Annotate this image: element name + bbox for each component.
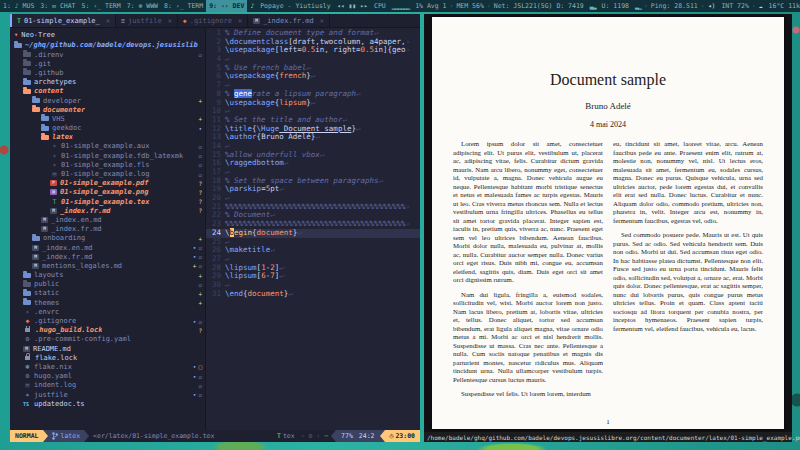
tree-item--pre-commit-config-yaml[interactable]: ⚙.pre-commit-config.yaml	[10, 335, 205, 344]
git-status-badge: +	[198, 97, 202, 104]
close-icon[interactable]: ×	[238, 17, 242, 25]
tree-item-flake-nix[interactable]: ❄flake.nix•□	[10, 362, 205, 371]
workspace-tab-term[interactable]: 8: ›_ TERM	[161, 0, 206, 12]
neotree-root[interactable]: ~/ghq/github.com/badele/devops.jesusisli…	[10, 40, 205, 50]
tree-item-themes[interactable]: themes+	[10, 298, 205, 307]
tree-item-mentions-legales-md[interactable]: Mmentions_legales.md+☑	[10, 261, 205, 270]
git-status-badge: ?	[198, 198, 202, 205]
code-line-6[interactable]: 6\usepackage{french}↵	[206, 72, 420, 81]
tree-item-static[interactable]: static+	[10, 289, 205, 298]
code-line-13[interactable]: 13\author{Bruno Adelé}↵	[206, 133, 420, 142]
code-line-9[interactable]: 9\usepackage{lipsum}↵	[206, 99, 420, 108]
pdf-two-columns: Lorem ipsum dolor sit amet, consectetuer…	[453, 140, 763, 405]
eol-marker: ↵	[225, 54, 230, 63]
buffer-tab--index-fr-md[interactable]: M_index.fr.md×	[248, 14, 330, 27]
git-status-badge: ☑	[198, 373, 202, 380]
tree-item-indent-log[interactable]: ▤indent.log☑	[10, 381, 205, 390]
code-line-29[interactable]: 29\lipsum[6-7]↵	[206, 272, 420, 281]
workspace-tab-mus[interactable]: 1: ♪ MUS	[0, 0, 37, 12]
tree-item-justfile[interactable]: ∗justfile•☑	[10, 390, 205, 399]
tree-item-01-simple-example-aux[interactable]: ∗01-simple_example.aux☑	[10, 142, 205, 151]
folder-icon	[32, 236, 40, 241]
code-line-26[interactable]: 26\maketitle↵	[206, 246, 420, 255]
zathura-file-path: /home/badele/ghq/github.com/badele/devop…	[427, 434, 800, 441]
tree-item-01-simple-example-png[interactable]: ▦01-simple_example.png?	[10, 188, 205, 197]
tree-item-updatedoc-ts[interactable]: TSupdatedoc.ts	[10, 399, 205, 408]
code-token: \usepackage	[225, 45, 275, 54]
neotree-panel[interactable]: ▾Neo-Tree ~/ghq/github.com/badele/devops…	[10, 28, 206, 430]
terminal-window[interactable]: T01-simple_example_×≡justfile×◆.gitignor…	[10, 14, 420, 442]
tree-item--index-fr-md[interactable]: M_index.fr.md?	[10, 206, 205, 215]
tree-item-onboarding[interactable]: onboarding+	[10, 234, 205, 243]
workspace-tab-term[interactable]: 5: ›_ TERM	[79, 0, 124, 12]
aux-file-icon: ∗	[50, 142, 59, 150]
tree-item--hugo-build-lock[interactable]: .hugo_build.lock?	[10, 326, 205, 335]
tree-item--index-fr-md[interactable]: M_index.fr.md•☑	[10, 252, 205, 261]
tree-item-01-simple-example-log[interactable]: ▤01-simple_example.log☑	[10, 169, 205, 178]
eol-marker: ↵	[315, 132, 320, 141]
tree-item-layouts[interactable]: layouts+	[10, 271, 205, 280]
buffer-tab-01-simple-example-[interactable]: T01-simple_example_×	[10, 14, 116, 27]
code-line-3[interactable]: 3\usepackage[left=0.5in, right=0.5in]{ge…	[206, 46, 420, 55]
code-line-19[interactable]: 19\parskip=5pt↵	[206, 185, 420, 194]
tree-item--index-en-md[interactable]: M_index.en.md	[10, 215, 205, 224]
code-token: %	[225, 89, 234, 98]
tree-item-developer[interactable]: developer+	[10, 96, 205, 105]
line-number: 31	[206, 290, 225, 299]
tree-item-readme-md[interactable]: MREADME.md	[10, 344, 205, 353]
tree-item-label: _index.en.md	[42, 244, 93, 252]
tree-item-content[interactable]: content	[10, 87, 205, 96]
tree-item-01-simple-example-tex[interactable]: T01-simple_example.tex?	[10, 197, 205, 206]
tree-item-label: hugo.yaml	[34, 372, 72, 380]
pdf-viewer-window[interactable]: Document sample Bruno Adelé 4 mai 2024 L…	[424, 14, 792, 442]
code-line-31[interactable]: 31\end{document}↵	[206, 290, 420, 299]
tree-item-label: onboarding	[43, 234, 85, 242]
tree-item-vhs[interactable]: VHS+	[10, 114, 205, 123]
tree-item-public[interactable]: public☑	[10, 280, 205, 289]
tree-item-label: documenter	[43, 106, 85, 114]
close-icon[interactable]: ×	[106, 17, 110, 25]
git-status-badge: ☑	[198, 318, 202, 325]
code-token: % Set the title and author	[225, 115, 342, 124]
code-line-16[interactable]: 16\raggedbottom↵	[206, 159, 420, 168]
tree-item-01-simple-example-fdb-latexmk[interactable]: ∗01-simple_example.fdb_latexmk☑	[10, 151, 205, 160]
tree-item-flake-lock[interactable]: flake.lock	[10, 353, 205, 362]
tree-item-latex[interactable]: latex	[10, 133, 205, 142]
workspace-tab-chat[interactable]: 3: ✉ CHAT	[37, 0, 78, 12]
code-line-24[interactable]: 24\begin{document}↵	[206, 229, 420, 238]
workspace-tab-dev[interactable]: 9: ‹› DEV	[206, 0, 247, 12]
tree-item--git[interactable]: .git	[10, 59, 205, 68]
code-token: ›	[406, 45, 411, 54]
folder-icon	[23, 282, 31, 287]
eol-marker: ↵	[270, 245, 275, 254]
workspace-tab-www[interactable]: 7: ⊛ WWW	[124, 0, 161, 12]
tree-item-documenter[interactable]: documenter	[10, 105, 205, 114]
git-status-badge: +	[198, 299, 202, 306]
log-icon: ▤	[50, 170, 59, 178]
buffer-tab-label: 01-simple_example_	[24, 17, 100, 25]
git-status-badge: ☑	[198, 244, 202, 251]
code-token: egin	[234, 228, 252, 237]
tree-item--envrc[interactable]: ∗.envrc	[10, 307, 205, 316]
tree-item--direnv[interactable]: .direnv☑	[10, 50, 205, 59]
buffer-tab--gitignore[interactable]: ◆.gitignore×	[178, 14, 248, 27]
buffer-tab-justfile[interactable]: ≡justfile×	[116, 14, 178, 27]
tree-item--github[interactable]: .github	[10, 68, 205, 77]
tree-item-01-simple-example-fls[interactable]: ∗01-simple_example.fls☑	[10, 160, 205, 169]
tree-item--gitignore[interactable]: ◆.gitignore•☑	[10, 316, 205, 325]
markdown-icon: M	[253, 18, 260, 24]
eol-marker: ↵	[374, 28, 379, 37]
eol-marker: ↵	[356, 124, 361, 133]
tree-item--index-en-md[interactable]: M_index.en.md•☑	[10, 243, 205, 252]
status-segment: ▃▂	[587, 0, 599, 12]
tree-item-hugo-yaml[interactable]: ⚙hugo.yaml•☑	[10, 372, 205, 381]
pdf-author: Bruno Adelé	[432, 101, 784, 111]
editor-buffer[interactable]: 1% Define document type and format↵2\doc…	[206, 28, 420, 430]
close-icon[interactable]: ×	[320, 17, 324, 25]
tree-item-geekdoc[interactable]: geekdoc•	[10, 124, 205, 133]
tree-item-01-simple-example-pdf[interactable]: P01-simple_example.pdf?	[10, 179, 205, 188]
tree-item--index-fr-md[interactable]: M_index.fr.md	[10, 225, 205, 234]
tree-item-archetypes[interactable]: archetypes	[10, 78, 205, 87]
close-icon[interactable]: ×	[168, 17, 172, 25]
eol-marker: ↵	[379, 176, 384, 185]
